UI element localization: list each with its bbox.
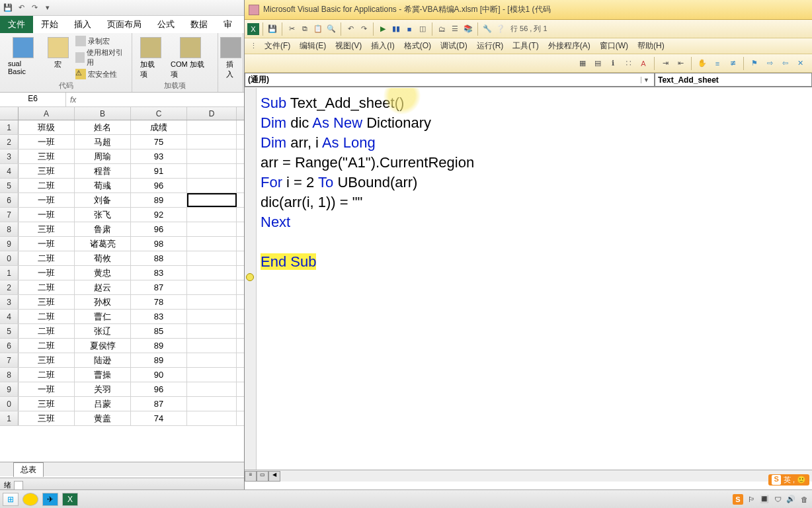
row-header[interactable]: 8 [0, 368, 19, 382]
quick-info-icon[interactable]: ℹ [606, 57, 620, 70]
cell[interactable] [187, 324, 237, 338]
procedure-dropdown[interactable]: Text_Add_sheet [655, 73, 812, 87]
row-header[interactable]: 7 [0, 208, 19, 222]
tab-file[interactable]: 文件 [0, 16, 33, 33]
taskbar-excel[interactable]: X [62, 493, 78, 506]
cell[interactable]: 87 [131, 397, 187, 411]
menu-window[interactable]: 窗口(W) [596, 39, 632, 53]
undo-icon[interactable]: ↶ [345, 23, 356, 35]
record-status-icon[interactable] [14, 481, 23, 490]
cell[interactable]: 夏侯惇 [75, 339, 131, 353]
record-macro-button[interactable]: 录制宏 [75, 36, 126, 46]
cell[interactable]: 二班 [19, 280, 75, 294]
excel-icon[interactable]: X [247, 23, 259, 35]
ime-indicator[interactable]: S 英 , 🙂 [768, 474, 809, 486]
tray-flag-icon[interactable]: 🏳 [746, 494, 756, 505]
row-header[interactable]: 4 [0, 164, 19, 178]
cell[interactable] [187, 382, 237, 396]
cell[interactable]: 88 [131, 251, 187, 265]
fx-icon[interactable]: fx [70, 95, 76, 105]
paste-icon[interactable]: 📋 [312, 23, 324, 35]
row-header[interactable]: 1 [0, 266, 19, 280]
copy-icon[interactable]: ⧉ [299, 23, 311, 35]
col-header-c[interactable]: C [131, 107, 187, 120]
select-all-corner[interactable] [0, 107, 19, 120]
row-header[interactable]: 9 [0, 382, 19, 396]
cell[interactable] [187, 164, 237, 178]
code-editor[interactable]: Sub Text_Add_sheet() Dim dic As New Dict… [257, 88, 812, 470]
cell[interactable] [187, 135, 237, 149]
addins-button[interactable]: 加载项 [138, 36, 164, 81]
scroll-left-icon[interactable]: ◀ [268, 471, 280, 482]
tab-data[interactable]: 数据 [183, 16, 216, 33]
taskbar-app-1[interactable] [22, 493, 38, 506]
view-procedure-icon[interactable]: ▭ [257, 471, 268, 482]
tray-battery-icon[interactable]: 🗑 [799, 494, 809, 505]
cell[interactable]: 一班 [19, 237, 75, 251]
col-header-d[interactable]: D [187, 107, 237, 120]
cell[interactable] [187, 280, 237, 294]
row-header[interactable]: 1 [0, 411, 19, 425]
uncomment-icon[interactable]: ≢ [726, 57, 739, 70]
cell[interactable]: 89 [131, 353, 187, 367]
macro-security-button[interactable]: ⚠宏安全性 [75, 69, 126, 79]
help-icon[interactable]: ❔ [495, 23, 507, 35]
cell[interactable]: 三班 [19, 222, 75, 236]
macros-button[interactable]: 宏 [45, 36, 71, 79]
row-header[interactable]: 7 [0, 353, 19, 367]
cell[interactable] [187, 266, 237, 280]
cell[interactable]: 三班 [19, 353, 75, 367]
cell[interactable]: 二班 [19, 310, 75, 323]
cell[interactable]: 鲁肃 [75, 222, 131, 236]
cell[interactable]: 班级 [19, 120, 75, 134]
cell[interactable]: 黄忠 [75, 266, 131, 280]
cell[interactable]: 93 [131, 149, 187, 163]
cell[interactable] [187, 397, 237, 411]
cell[interactable] [187, 237, 237, 251]
col-header-a[interactable]: A [19, 107, 75, 120]
cell[interactable]: 一班 [19, 382, 75, 396]
visual-basic-button[interactable]: sual Basic [5, 36, 41, 79]
tab-page-layout[interactable]: 页面布局 [99, 16, 149, 33]
cell[interactable]: 孙权 [75, 295, 131, 309]
start-button[interactable]: ⊞ [3, 493, 19, 506]
cell[interactable]: 一班 [19, 208, 75, 222]
row-header[interactable]: 3 [0, 295, 19, 309]
properties-icon[interactable]: ☰ [449, 23, 461, 35]
outdent-icon[interactable]: ⇤ [674, 57, 687, 70]
next-bookmark-icon[interactable]: ⇨ [763, 57, 776, 70]
menu-tools[interactable]: 工具(T) [508, 39, 542, 53]
row-header[interactable]: 5 [0, 179, 19, 192]
cell[interactable]: 陆逊 [75, 353, 131, 367]
cell[interactable]: 78 [131, 295, 187, 309]
name-box[interactable]: E6 [0, 93, 66, 106]
com-addins-button[interactable]: COM 加载项 [168, 36, 212, 81]
cell[interactable]: 关羽 [75, 382, 131, 396]
menu-view[interactable]: 视图(V) [331, 39, 366, 53]
cell[interactable]: 曹操 [75, 368, 131, 382]
run-icon[interactable]: ▶ [377, 23, 389, 35]
row-header[interactable]: 0 [0, 397, 19, 411]
cell[interactable]: 马超 [75, 135, 131, 149]
breakpoint-marker[interactable] [246, 273, 254, 281]
design-icon[interactable]: ◫ [417, 23, 428, 35]
cell[interactable] [187, 251, 237, 265]
row-header[interactable]: 3 [0, 149, 19, 163]
tray-speaker-icon[interactable]: 🔊 [786, 494, 796, 505]
cell[interactable]: 83 [131, 266, 187, 280]
cell[interactable]: 三班 [19, 397, 75, 411]
cell[interactable]: 赵云 [75, 280, 131, 294]
menu-help[interactable]: 帮助(H) [633, 39, 669, 53]
cell[interactable]: 83 [131, 310, 187, 323]
cell[interactable]: 三班 [19, 295, 75, 309]
cell[interactable]: 三班 [19, 164, 75, 178]
project-explorer-icon[interactable]: 🗂 [436, 23, 448, 35]
cell[interactable] [187, 353, 237, 367]
cell[interactable]: 刘备 [75, 193, 131, 207]
toolbox-icon[interactable]: 🔧 [481, 23, 493, 35]
menu-format[interactable]: 格式(O) [400, 39, 435, 53]
cell[interactable]: 90 [131, 368, 187, 382]
save-icon[interactable]: 💾 [3, 3, 13, 13]
cell[interactable] [187, 120, 237, 134]
menu-edit[interactable]: 编辑(E) [296, 39, 330, 53]
